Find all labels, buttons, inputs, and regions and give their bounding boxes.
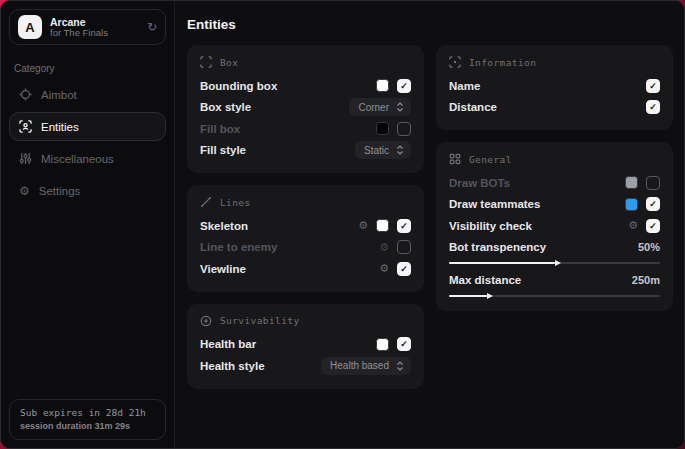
panel-header-label: Information [469,57,536,68]
setting-row-bounding-box: Bounding box [200,75,411,97]
health-plus-icon [200,315,212,327]
setting-row-bot-transparency: Bot transpenency 50% [449,238,660,264]
setting-row-skeleton: Skeleton ⚙ [200,215,411,237]
color-swatch[interactable] [376,338,389,351]
category-label: Category [1,53,174,80]
app-logo: A [18,15,42,39]
app-title: Arcane [50,16,139,28]
color-swatch[interactable] [625,198,638,211]
gear-icon[interactable]: ⚙ [379,263,389,274]
setting-row-fill-box: Fill box [200,118,411,140]
sidebar-item-label: Settings [39,185,81,197]
slider-value: 50% [638,241,660,253]
entities-scan-icon [19,120,32,133]
panel-header-label: General [469,154,512,165]
fill-style-dropdown[interactable]: Static [355,141,411,159]
sidebar-item-entities[interactable]: Entities [9,112,166,141]
sidebar-item-aimbot[interactable]: Aimbot [9,80,166,109]
panel-information: Information Name Distance [436,45,673,130]
sliders-icon [19,152,32,165]
checkbox[interactable] [397,262,411,276]
refresh-icon[interactable]: ↻ [147,21,157,33]
sidebar-item-settings[interactable]: ⚙ Settings [9,176,166,205]
setting-row-draw-teammates: Draw teammates [449,194,660,216]
sidebar: A Arcane for The Finals ↻ Category Aimbo… [1,1,175,448]
checkbox[interactable] [646,176,660,190]
slider-thumb[interactable] [487,293,493,299]
page-title: Entities [175,1,685,45]
health-style-dropdown[interactable]: Health based [321,357,411,375]
max-distance-slider[interactable] [449,295,660,297]
subscription-info: Sub expires in 28d 21h session duration … [9,399,166,440]
brand-card: A Arcane for The Finals ↻ [9,9,166,45]
setting-row-viewline: Viewline ⚙ [200,258,411,280]
setting-row-health-style: Health style Health based [200,355,411,377]
main-content: Entities Box Bounding box [175,1,685,448]
checkbox[interactable] [646,79,660,93]
panel-header-label: Box [220,57,238,68]
chevron-up-down-icon [396,102,404,112]
color-swatch[interactable] [376,79,389,92]
chevron-up-down-icon [396,361,404,371]
checkbox[interactable] [397,122,411,136]
setting-row-name: Name [449,75,660,97]
setting-row-visibility-check: Visibility check ⚙ [449,215,660,237]
app-subtitle: for The Finals [50,28,139,39]
checkbox[interactable] [397,337,411,351]
gear-icon: ⚙ [19,185,30,197]
panel-header-label: Survivability [220,315,300,326]
info-scan-icon [449,56,461,68]
checkbox[interactable] [397,240,411,254]
checkbox[interactable] [397,219,411,233]
session-duration-text: session duration 31m 29s [20,421,155,431]
box-style-dropdown[interactable]: Corner [349,98,411,116]
setting-row-health-bar: Health bar [200,334,411,356]
gear-icon[interactable]: ⚙ [379,242,389,253]
setting-row-draw-bots: Draw BOTs [449,172,660,194]
panel-box: Box Bounding box Box style Corner [187,45,424,173]
panel-lines: Lines Skeleton ⚙ Line to enemy ⚙ [187,185,424,292]
setting-row-max-distance: Max distance 250m [449,271,660,297]
setting-row-line-to-enemy: Line to enemy ⚙ [200,237,411,259]
sidebar-item-miscellaneous[interactable]: Miscellaneous [9,144,166,173]
app-window: A Arcane for The Finals ↻ Category Aimbo… [0,0,685,449]
slider-value: 250m [632,274,660,286]
box-corners-icon [200,56,212,68]
checkbox[interactable] [646,197,660,211]
sidebar-item-label: Entities [41,121,79,133]
checkbox[interactable] [646,219,660,233]
bot-transparency-slider[interactable] [449,262,660,264]
panel-survivability: Survivability Health bar Health style He… [187,304,424,389]
color-swatch[interactable] [376,219,389,232]
slider-thumb[interactable] [555,260,561,266]
sub-expiry-text: Sub expires in 28d 21h [20,407,155,418]
color-swatch[interactable] [625,176,638,189]
checkbox[interactable] [397,79,411,93]
diagonal-line-icon [200,196,212,208]
setting-row-fill-style: Fill style Static [200,140,411,162]
color-swatch[interactable] [376,122,389,135]
sidebar-item-label: Miscellaneous [41,153,114,165]
chevron-up-down-icon [396,145,404,155]
grid-icon [449,153,461,165]
gear-icon[interactable]: ⚙ [358,220,368,231]
panel-general: General Draw BOTs Draw teammates [436,142,673,311]
sidebar-item-label: Aimbot [41,89,77,101]
checkbox[interactable] [646,100,660,114]
setting-row-distance: Distance [449,97,660,119]
sidebar-nav: Aimbot Entities Miscellaneous ⚙ Settings [1,80,174,205]
gear-icon[interactable]: ⚙ [628,220,638,231]
panel-header-label: Lines [220,197,251,208]
brand-text: Arcane for The Finals [50,16,139,39]
setting-row-box-style: Box style Corner [200,97,411,119]
crosshair-icon [19,88,32,101]
